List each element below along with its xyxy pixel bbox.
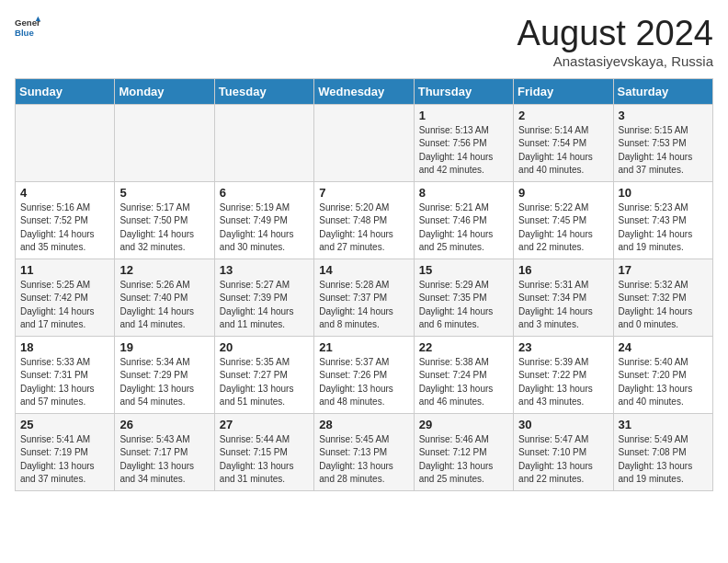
day-cell: 18Sunrise: 5:33 AM Sunset: 7:31 PM Dayli…	[16, 336, 115, 413]
day-cell: 3Sunrise: 5:15 AM Sunset: 7:53 PM Daylig…	[613, 104, 712, 181]
day-number: 6	[220, 186, 309, 200]
day-info: Sunrise: 5:13 AM Sunset: 7:56 PM Dayligh…	[419, 124, 508, 178]
col-header-thursday: Thursday	[414, 78, 513, 104]
day-info: Sunrise: 5:33 AM Sunset: 7:31 PM Dayligh…	[20, 356, 109, 409]
day-cell: 30Sunrise: 5:47 AM Sunset: 7:10 PM Dayli…	[514, 413, 613, 490]
day-cell: 4Sunrise: 5:16 AM Sunset: 7:52 PM Daylig…	[16, 181, 115, 259]
day-cell: 9Sunrise: 5:22 AM Sunset: 7:45 PM Daylig…	[514, 181, 613, 259]
day-cell: 2Sunrise: 5:14 AM Sunset: 7:54 PM Daylig…	[514, 104, 613, 181]
day-info: Sunrise: 5:43 AM Sunset: 7:17 PM Dayligh…	[119, 433, 209, 487]
day-info: Sunrise: 5:16 AM Sunset: 7:52 PM Dayligh…	[20, 201, 109, 255]
day-info: Sunrise: 5:19 AM Sunset: 7:49 PM Dayligh…	[220, 201, 309, 255]
col-header-tuesday: Tuesday	[214, 78, 313, 104]
day-info: Sunrise: 5:37 AM Sunset: 7:26 PM Dayligh…	[319, 356, 408, 409]
day-info: Sunrise: 5:44 AM Sunset: 7:15 PM Dayligh…	[220, 433, 309, 487]
day-number: 30	[518, 418, 608, 431]
col-header-friday: Friday	[514, 78, 613, 104]
day-info: Sunrise: 5:34 AM Sunset: 7:29 PM Dayligh…	[119, 356, 209, 409]
day-info: Sunrise: 5:41 AM Sunset: 7:19 PM Dayligh…	[20, 433, 109, 487]
day-info: Sunrise: 5:21 AM Sunset: 7:46 PM Dayligh…	[419, 201, 508, 255]
day-number: 8	[419, 186, 508, 200]
title-section: August 2024 Anastasiyevskaya, Russia	[518, 15, 713, 69]
day-info: Sunrise: 5:14 AM Sunset: 7:54 PM Dayligh…	[518, 124, 608, 178]
day-number: 15	[419, 263, 508, 277]
day-cell: 15Sunrise: 5:29 AM Sunset: 7:35 PM Dayli…	[414, 259, 513, 336]
day-info: Sunrise: 5:28 AM Sunset: 7:37 PM Dayligh…	[319, 279, 408, 332]
day-number: 5	[119, 186, 209, 200]
day-cell	[16, 104, 115, 181]
week-row-2: 4Sunrise: 5:16 AM Sunset: 7:52 PM Daylig…	[16, 181, 713, 259]
day-cell: 24Sunrise: 5:40 AM Sunset: 7:20 PM Dayli…	[613, 336, 712, 413]
day-number: 24	[619, 340, 708, 354]
day-number: 21	[319, 340, 408, 354]
day-cell: 8Sunrise: 5:21 AM Sunset: 7:46 PM Daylig…	[414, 181, 513, 259]
svg-text:General: General	[15, 17, 40, 28]
day-cell: 25Sunrise: 5:41 AM Sunset: 7:19 PM Dayli…	[16, 413, 115, 490]
day-info: Sunrise: 5:23 AM Sunset: 7:43 PM Dayligh…	[619, 201, 708, 255]
day-cell: 14Sunrise: 5:28 AM Sunset: 7:37 PM Dayli…	[314, 259, 414, 336]
col-header-monday: Monday	[115, 78, 214, 104]
header-row: SundayMondayTuesdayWednesdayThursdayFrid…	[16, 78, 713, 104]
col-header-wednesday: Wednesday	[314, 78, 414, 104]
day-number: 4	[20, 186, 109, 200]
col-header-saturday: Saturday	[613, 78, 712, 104]
day-info: Sunrise: 5:31 AM Sunset: 7:34 PM Dayligh…	[518, 279, 608, 332]
day-info: Sunrise: 5:39 AM Sunset: 7:22 PM Dayligh…	[518, 356, 608, 409]
day-number: 3	[619, 109, 708, 122]
logo: General Blue	[15, 15, 40, 40]
day-number: 1	[419, 109, 508, 122]
day-cell	[314, 104, 414, 181]
day-number: 7	[319, 186, 408, 200]
day-number: 19	[119, 340, 209, 354]
day-number: 31	[619, 418, 708, 431]
logo-icon: General Blue	[15, 15, 40, 40]
day-info: Sunrise: 5:47 AM Sunset: 7:10 PM Dayligh…	[518, 433, 608, 487]
day-cell: 16Sunrise: 5:31 AM Sunset: 7:34 PM Dayli…	[514, 259, 613, 336]
day-cell: 7Sunrise: 5:20 AM Sunset: 7:48 PM Daylig…	[314, 181, 414, 259]
day-info: Sunrise: 5:15 AM Sunset: 7:53 PM Dayligh…	[619, 124, 708, 178]
day-cell: 28Sunrise: 5:45 AM Sunset: 7:13 PM Dayli…	[314, 413, 414, 490]
day-cell: 26Sunrise: 5:43 AM Sunset: 7:17 PM Dayli…	[115, 413, 214, 490]
day-cell: 22Sunrise: 5:38 AM Sunset: 7:24 PM Dayli…	[414, 336, 513, 413]
day-number: 22	[419, 340, 508, 354]
page-header: General Blue August 2024 Anastasiyevskay…	[15, 15, 713, 69]
week-row-5: 25Sunrise: 5:41 AM Sunset: 7:19 PM Dayli…	[16, 413, 713, 490]
day-cell: 17Sunrise: 5:32 AM Sunset: 7:32 PM Dayli…	[613, 259, 712, 336]
day-number: 9	[518, 186, 608, 200]
day-info: Sunrise: 5:17 AM Sunset: 7:50 PM Dayligh…	[119, 201, 209, 255]
day-number: 23	[518, 340, 608, 354]
day-info: Sunrise: 5:27 AM Sunset: 7:39 PM Dayligh…	[220, 279, 309, 332]
day-number: 13	[220, 263, 309, 277]
day-number: 27	[220, 418, 309, 431]
day-number: 11	[20, 263, 109, 277]
day-number: 18	[20, 340, 109, 354]
day-cell: 12Sunrise: 5:26 AM Sunset: 7:40 PM Dayli…	[115, 259, 214, 336]
day-number: 17	[619, 263, 708, 277]
day-cell: 29Sunrise: 5:46 AM Sunset: 7:12 PM Dayli…	[414, 413, 513, 490]
day-number: 28	[319, 418, 408, 431]
day-info: Sunrise: 5:38 AM Sunset: 7:24 PM Dayligh…	[419, 356, 508, 409]
day-cell: 21Sunrise: 5:37 AM Sunset: 7:26 PM Dayli…	[314, 336, 414, 413]
day-number: 25	[20, 418, 109, 431]
day-cell: 19Sunrise: 5:34 AM Sunset: 7:29 PM Dayli…	[115, 336, 214, 413]
day-number: 10	[619, 186, 708, 200]
day-cell: 20Sunrise: 5:35 AM Sunset: 7:27 PM Dayli…	[214, 336, 313, 413]
day-info: Sunrise: 5:20 AM Sunset: 7:48 PM Dayligh…	[319, 201, 408, 255]
week-row-1: 1Sunrise: 5:13 AM Sunset: 7:56 PM Daylig…	[16, 104, 713, 181]
day-cell: 23Sunrise: 5:39 AM Sunset: 7:22 PM Dayli…	[514, 336, 613, 413]
day-cell: 31Sunrise: 5:49 AM Sunset: 7:08 PM Dayli…	[613, 413, 712, 490]
calendar-title: August 2024	[518, 15, 713, 53]
day-info: Sunrise: 5:26 AM Sunset: 7:40 PM Dayligh…	[119, 279, 209, 332]
day-info: Sunrise: 5:25 AM Sunset: 7:42 PM Dayligh…	[20, 279, 109, 332]
day-cell: 1Sunrise: 5:13 AM Sunset: 7:56 PM Daylig…	[414, 104, 513, 181]
week-row-4: 18Sunrise: 5:33 AM Sunset: 7:31 PM Dayli…	[16, 336, 713, 413]
day-info: Sunrise: 5:35 AM Sunset: 7:27 PM Dayligh…	[220, 356, 309, 409]
day-cell	[214, 104, 313, 181]
day-info: Sunrise: 5:45 AM Sunset: 7:13 PM Dayligh…	[319, 433, 408, 487]
day-number: 20	[220, 340, 309, 354]
day-cell: 13Sunrise: 5:27 AM Sunset: 7:39 PM Dayli…	[214, 259, 313, 336]
day-cell: 6Sunrise: 5:19 AM Sunset: 7:49 PM Daylig…	[214, 181, 313, 259]
day-info: Sunrise: 5:32 AM Sunset: 7:32 PM Dayligh…	[619, 279, 708, 332]
calendar-subtitle: Anastasiyevskaya, Russia	[518, 53, 713, 69]
day-number: 26	[119, 418, 209, 431]
